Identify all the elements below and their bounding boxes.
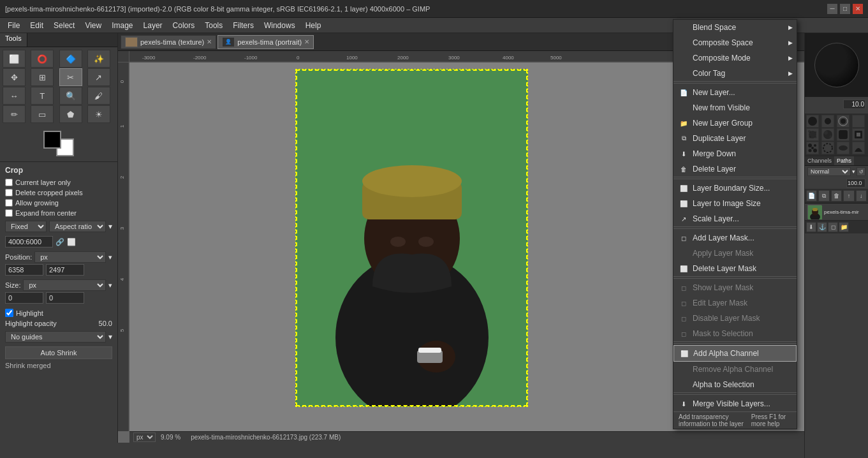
highlight-checkbox[interactable] — [5, 309, 13, 317]
layer-delete-button[interactable]: 🗑 — [831, 190, 842, 202]
tool-crop[interactable]: ✂ — [59, 68, 82, 86]
brush-cell-2[interactable] — [821, 115, 834, 128]
layer-copy-button[interactable]: ⧉ — [818, 190, 829, 202]
edit-layer-mask-item[interactable]: ◻ Edit Layer Mask — [673, 295, 797, 311]
brush-size-input[interactable] — [843, 100, 865, 109]
layer-mode-select[interactable]: Normal — [807, 167, 851, 176]
unit-select[interactable]: px — [133, 432, 156, 442]
foreground-color-swatch[interactable] — [43, 131, 61, 149]
disable-layer-mask-item[interactable]: ◻ Disable Layer Mask — [673, 311, 797, 326]
tool-text[interactable]: T — [31, 87, 54, 105]
layer-anchor-icon[interactable]: ⚓ — [817, 222, 827, 232]
color-tag-item[interactable]: Color Tag — [673, 66, 797, 81]
close-button[interactable]: ✕ — [853, 4, 863, 14]
composite-mode-item[interactable]: Composite Mode — [673, 50, 797, 66]
position-x-input[interactable] — [5, 264, 43, 276]
new-layer-item[interactable]: 📄 New Layer... — [673, 85, 797, 100]
layer-up-button[interactable]: ↑ — [843, 190, 854, 202]
tool-fill[interactable]: ⬟ — [59, 105, 82, 123]
tool-color-picker[interactable]: 🔍 — [59, 87, 82, 105]
menu-filters[interactable]: Filters — [228, 20, 259, 31]
merge-visible-layers-item[interactable]: ⬇ Merge Visible Layers... — [673, 396, 797, 411]
tool-fuzzy-select[interactable]: ✨ — [87, 50, 110, 68]
brush-cell-10[interactable] — [821, 142, 834, 154]
show-layer-mask-item[interactable]: ◻ Show Layer Mask — [673, 280, 797, 295]
menu-help[interactable]: Help — [300, 20, 327, 31]
new-layer-group-item[interactable]: 📁 New Layer Group — [673, 115, 797, 131]
tool-move[interactable]: ✥ — [3, 68, 26, 86]
tool-ellipse-select[interactable]: ⭕ — [31, 50, 54, 68]
tool-dodge-burn[interactable]: ☀ — [87, 105, 110, 123]
menu-windows[interactable]: Windows — [259, 20, 300, 31]
brush-cell-1[interactable] — [806, 115, 819, 128]
blend-space-item[interactable]: Blend Space — [673, 20, 797, 35]
layer-item-1[interactable]: pexels-tima-mir — [805, 203, 868, 221]
brush-cell-11[interactable] — [837, 142, 850, 154]
mask-to-selection-item[interactable]: ◻ Mask to Selection — [673, 326, 797, 341]
composite-space-item[interactable]: Composite Space — [673, 35, 797, 50]
remove-alpha-channel-item[interactable]: Remove Alpha Channel — [673, 362, 797, 377]
size-h-input[interactable] — [46, 292, 84, 304]
color-swatches[interactable] — [43, 131, 74, 156]
layer-reset-button[interactable]: ↺ — [857, 167, 865, 176]
window-controls[interactable]: ─ □ ✕ — [827, 4, 863, 14]
delete-cropped-pixels-checkbox[interactable] — [5, 189, 13, 196]
add-layer-mask-item[interactable]: ◻ Add Layer Mask... — [673, 230, 797, 246]
guides-select[interactable]: No guides — [5, 331, 106, 343]
tool-tab-tools[interactable]: Tools — [0, 33, 27, 47]
menu-file[interactable]: File — [3, 20, 25, 31]
tool-transform[interactable]: ↗ — [87, 68, 110, 86]
current-layer-only-checkbox[interactable] — [5, 179, 13, 186]
fixed-select[interactable]: Fixed — [5, 221, 47, 232]
layer-down-button[interactable]: ↓ — [856, 190, 867, 202]
layer-merge-icon[interactable]: ⬇ — [806, 222, 816, 232]
menu-tools[interactable]: Tools — [200, 20, 228, 31]
allow-growing-checkbox[interactable] — [5, 199, 13, 207]
add-alpha-channel-item[interactable]: ⬜ Add Alpha Channel — [673, 345, 797, 362]
tool-pencil[interactable]: ✏ — [3, 105, 26, 123]
size-w-input[interactable] — [5, 292, 43, 304]
brush-cell-6[interactable] — [821, 128, 834, 141]
canvas-tab-texture[interactable]: pexels-tima (texture) ✕ — [121, 35, 216, 49]
apply-layer-mask-item[interactable]: Apply Layer Mask — [673, 246, 797, 261]
aspect-ratio-select[interactable]: Aspect ratio — [49, 221, 106, 232]
scale-layer-item[interactable]: ↗ Scale Layer... — [673, 211, 797, 226]
layer-to-image-size-item[interactable]: ⬜ Layer to Image Size — [673, 196, 797, 211]
position-y-input[interactable] — [46, 264, 84, 276]
minimize-button[interactable]: ─ — [827, 4, 837, 14]
delete-layer-item[interactable]: 🗑 Delete Layer — [673, 161, 797, 177]
menu-view[interactable]: View — [80, 20, 107, 31]
tool-rect-select[interactable]: ⬜ — [3, 50, 26, 68]
brush-cell-3[interactable] — [837, 115, 850, 128]
auto-shrink-button[interactable]: Auto Shrink — [5, 346, 112, 359]
fg-bg-colors[interactable] — [0, 126, 117, 161]
alpha-to-selection-item[interactable]: Alpha to Selection — [673, 377, 797, 392]
layer-boundary-size-item[interactable]: ⬜ Layer Boundary Size... — [673, 181, 797, 196]
position-unit-select[interactable]: px — [34, 251, 106, 263]
tool-eraser[interactable]: ▭ — [31, 105, 54, 123]
canvas-image[interactable] — [295, 69, 528, 407]
menu-select[interactable]: Select — [48, 20, 80, 31]
merge-down-item[interactable]: ⬇ Merge Down — [673, 146, 797, 161]
tool-flip[interactable]: ↔ — [3, 87, 26, 105]
layer-opacity-input[interactable] — [846, 179, 865, 188]
duplicate-layer-item[interactable]: ⧉ Duplicate Layer — [673, 131, 797, 146]
layer-mask-icon[interactable]: ◻ — [828, 222, 838, 232]
layer-new-button[interactable]: 📄 — [806, 190, 817, 202]
brush-cell-7[interactable] — [837, 128, 850, 141]
size-unit-select[interactable]: px — [23, 279, 106, 291]
brush-cell-9[interactable] — [806, 142, 819, 154]
menu-layer[interactable]: Layer — [138, 20, 168, 31]
channels-tab[interactable]: Channels — [805, 156, 834, 165]
tool-align[interactable]: ⊞ — [31, 68, 54, 86]
restore-button[interactable]: □ — [840, 4, 850, 14]
brush-cell-4[interactable] — [852, 115, 865, 128]
paths-tab[interactable]: Paths — [834, 156, 854, 165]
expand-from-center-checkbox[interactable] — [5, 209, 13, 217]
brush-cell-5[interactable] — [806, 128, 819, 141]
menu-colors[interactable]: Colors — [168, 20, 200, 31]
tab-portrait-close[interactable]: ✕ — [304, 38, 309, 45]
size-field[interactable] — [5, 236, 53, 247]
layer-group-icon[interactable]: 📁 — [839, 222, 849, 232]
delete-layer-mask-item[interactable]: ⬜ Delete Layer Mask — [673, 261, 797, 276]
